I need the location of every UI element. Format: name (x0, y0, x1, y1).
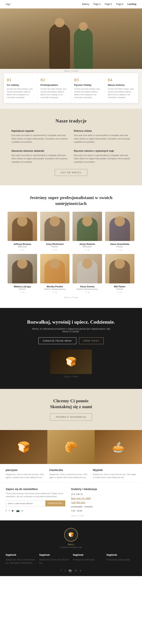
nav-link-page6[interactable]: Page 6 (116, 3, 123, 6)
team-member-5-socials: f t in (8, 291, 37, 294)
team-member-3-name: Jenny Roberts (73, 243, 102, 246)
team-member-8-role: Partner (105, 288, 135, 290)
footer-linkedin-icon[interactable]: in (75, 569, 77, 572)
team-member-4-socials: f t in (105, 249, 135, 251)
nav-logo[interactable]: logo (6, 3, 11, 6)
team-photo-4 (105, 212, 135, 241)
menu-button[interactable]: ZOBACZE PEŁNE MENU (38, 338, 76, 344)
twitter-icon[interactable]: t (54, 249, 54, 251)
product-item-pastry: Ciasteczka Sample text. Click to select … (49, 468, 93, 479)
team-member-7: Alexa Greena Partner Stowarzyszony f t i… (73, 254, 102, 294)
footer-col-1: Nagłówek Sample text. Click to select th… (6, 554, 36, 564)
learn-more-button[interactable]: UCZ SIĘ WIĘCEJ (55, 169, 87, 176)
twitter-icon[interactable]: t (22, 249, 22, 251)
footer-logo-circle: 🍞 (64, 528, 78, 542)
linkedin-icon[interactable]: in (55, 249, 57, 251)
cta-section: Rozwałkuj, wyrośnij i upiecz. Codziennie… (0, 308, 142, 389)
feature-card-2-title: Profesjonaliści (40, 84, 68, 86)
tradition-item-4: Ręcznie robione z wybranych mąk Duis aut… (74, 150, 131, 164)
footer-instagram-icon[interactable]: 📷 (68, 569, 72, 572)
linkedin-icon[interactable]: in (55, 291, 57, 294)
subscribe-button[interactable]: SUBSKRYBUJ (45, 500, 65, 506)
cta-title: Rozwałkuj, wyrośnij i upiecz. Codziennie… (8, 319, 134, 325)
instagram-social-icon[interactable]: 📷 (16, 509, 20, 512)
hero-photo-credit: Zdjęcie z Freepik (0, 69, 142, 73)
nav-link-landing[interactable]: Landing (127, 3, 136, 6)
footer-twitter-icon[interactable]: t (65, 569, 65, 572)
team-member-8-name: Mili Parker (105, 285, 135, 288)
footer-logo-text: Bakery (6, 543, 136, 546)
twitter-icon[interactable]: t (22, 291, 22, 294)
nav-link-page4[interactable]: Page 4 (93, 3, 101, 6)
facebook-icon[interactable]: f (118, 249, 118, 251)
linkedin-icon[interactable]: in (23, 249, 25, 251)
linkedin-icon[interactable]: in (120, 249, 122, 251)
twitter-social-icon[interactable]: t (9, 509, 10, 512)
footer-social: f t 📷 in p (6, 569, 136, 572)
team-member-3-role: Menedżer (73, 246, 102, 248)
twitter-icon[interactable]: t (119, 291, 119, 294)
footer-tagline: & piekarnia świętuje smak (6, 546, 136, 548)
znow-tekst-button[interactable]: ZRÓB TEKST (79, 338, 104, 344)
twitter-icon[interactable]: t (54, 291, 54, 294)
linkedin-icon[interactable]: in (120, 291, 122, 294)
hero-section (0, 8, 142, 69)
cta-text: Wiemy, że oferowanie produktów o najwyżs… (31, 328, 111, 333)
nav-link-bakery[interactable]: Bakery (82, 3, 89, 6)
team-member-7-socials: f t in (73, 291, 102, 294)
facebook-icon[interactable]: f (118, 291, 118, 294)
product-bread-name: pieczywo (6, 468, 45, 472)
traditions-section: Nasze tradycje Największe wypieki Duis a… (0, 109, 142, 185)
pinterest-social-icon[interactable]: p (22, 509, 23, 512)
footer: 🍞 Bakery & piekarnia świętuje smak Nagłó… (0, 520, 142, 576)
address-city[interactable]: Nowy Jork, NY 10007 (71, 497, 91, 500)
product-bread-text: Sample text. Click to select the text bo… (6, 473, 45, 479)
facebook-icon[interactable]: f (85, 249, 86, 251)
email-input[interactable] (6, 500, 45, 506)
youtube-social-icon[interactable]: ▶ (12, 509, 14, 512)
linkedin-icon[interactable]: in (88, 291, 90, 294)
team-member-6-role: Partner Stowarzyszony (40, 288, 70, 290)
product-pastry-name: Ciasteczka (49, 468, 89, 472)
facebook-icon[interactable]: f (53, 291, 53, 294)
feature-card-3-title: Pyszne Chleby (74, 84, 102, 86)
linkedin-icon[interactable]: in (88, 249, 90, 251)
twitter-icon[interactable]: t (87, 291, 87, 294)
facebook-social-icon[interactable]: f (6, 509, 7, 512)
footer-col-2: Nagłówek Sample text. Click to select th… (39, 554, 69, 564)
footer-col-4: Nagłówek Profesjonalny sklep produkt. (107, 554, 136, 564)
team-member-1-socials: f t in (8, 249, 37, 251)
footer-col-2-text: Sample text. Click to select the text bo… (39, 558, 69, 564)
facebook-icon[interactable]: f (53, 249, 53, 251)
social-icons-row: f t ▶ 📷 p (6, 509, 65, 512)
team-photo-8 (105, 254, 135, 284)
product-baked-text: Sample text. Click to select the text bo… (93, 473, 136, 479)
team-member-2-role: Partner (40, 246, 70, 248)
team-member-3: Jenny Roberts Menedżer f t in (73, 212, 102, 251)
team-member-2: Anny Richmond Partner f t in (40, 212, 70, 251)
twitter-icon[interactable]: t (119, 249, 119, 251)
team-member-7-role: Partner Stowarzyszony (73, 288, 102, 290)
facebook-icon[interactable]: f (85, 291, 86, 294)
phone[interactable]: (123) 456-2253 (71, 501, 85, 504)
team-photo-3 (73, 212, 102, 241)
feature-card-1-text: Ut enim ad minim veniam, quis nostrud ex… (7, 88, 34, 99)
footer-facebook-icon[interactable]: f (61, 569, 62, 572)
nav-link-page5[interactable]: Page 5 (105, 3, 112, 6)
nav-links: Bakery Page 4 Page 5 Page 6 Landing (82, 3, 136, 6)
feature-cards: 01 Co robimy Ut enim ad minim veniam, qu… (4, 73, 138, 103)
footer-cols: Nagłówek Sample text. Click to select th… (6, 554, 136, 564)
request-button[interactable]: PROŚBA O INFORMACJĘ (50, 414, 92, 420)
team-member-3-socials: f t in (73, 249, 102, 251)
bottom-info: Zapisz się do newslettera Chcesz jako pi… (0, 482, 142, 520)
feature-card-3-num: 03 (74, 77, 102, 82)
team-member-4-name: Alexa Greenfielda (105, 243, 135, 246)
twitter-icon[interactable]: t (87, 249, 87, 251)
facebook-icon[interactable]: f (20, 291, 21, 294)
team-member-2-socials: f t in (40, 249, 70, 251)
team-member-4-role: Partner (105, 246, 135, 248)
product-baked-name: Wypieki (93, 468, 136, 472)
facebook-icon[interactable]: f (20, 249, 21, 251)
linkedin-icon[interactable]: in (23, 291, 25, 294)
footer-pinterest-icon[interactable]: p (80, 569, 81, 572)
